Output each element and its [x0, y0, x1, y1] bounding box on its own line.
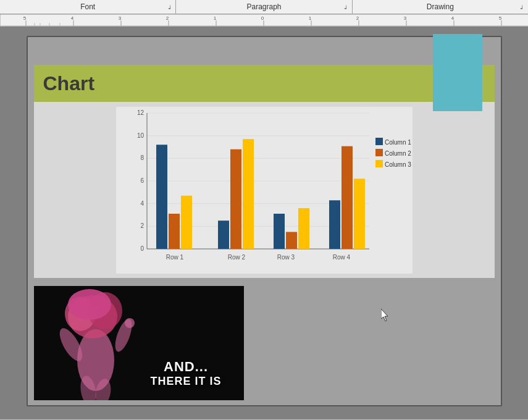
svg-text:6: 6	[140, 177, 144, 184]
svg-text:4: 4	[451, 15, 455, 21]
svg-text:1: 1	[214, 15, 217, 21]
image-text-line2: THERE IT IS	[128, 375, 244, 388]
svg-rect-53	[375, 149, 383, 156]
svg-text:1: 1	[309, 15, 312, 21]
page: Chart	[27, 36, 502, 406]
bar	[298, 208, 309, 249]
chart-title-bar: Chart	[34, 65, 495, 102]
cursor	[381, 309, 392, 322]
svg-text:Column 3: Column 3	[385, 161, 411, 168]
svg-text:Row 1: Row 1	[166, 254, 183, 261]
image-text-line1: AND...	[128, 359, 244, 375]
svg-marker-68	[381, 309, 388, 321]
svg-text:0: 0	[261, 15, 264, 21]
chart-area: 0 2 4 6 8 10 12	[34, 102, 495, 278]
image-area: AND... THERE IT IS	[34, 286, 244, 400]
svg-text:2: 2	[166, 15, 169, 21]
bar	[156, 145, 167, 249]
svg-text:10: 10	[136, 132, 144, 138]
svg-text:3: 3	[119, 15, 122, 21]
bar	[218, 220, 229, 249]
svg-text:0: 0	[140, 245, 144, 252]
bar	[329, 200, 340, 249]
svg-text:Row 3: Row 3	[277, 254, 295, 261]
bar	[181, 195, 192, 248]
chart-svg: 0 2 4 6 8 10 12	[116, 107, 413, 274]
svg-text:Row 2: Row 2	[227, 254, 245, 261]
bar	[342, 146, 353, 248]
bar	[354, 178, 365, 249]
svg-point-62	[68, 289, 111, 320]
bar	[274, 214, 285, 249]
svg-text:Column 1: Column 1	[385, 139, 411, 146]
document-area: Chart	[0, 27, 528, 419]
svg-text:2: 2	[356, 15, 359, 21]
font-label: Font	[80, 2, 95, 11]
toolbar-drawing[interactable]: Drawing ┙	[353, 0, 528, 14]
drawing-label: Drawing	[427, 2, 454, 11]
drawing-expand-icon[interactable]: ┙	[519, 6, 526, 12]
bar	[243, 139, 254, 249]
paragraph-expand-icon[interactable]: ┙	[343, 6, 350, 12]
ruler: 5 4 3 2 1 0 1 2 3 4 5	[0, 14, 528, 27]
svg-text:12: 12	[136, 109, 144, 116]
svg-rect-55	[375, 160, 383, 167]
toolbar-paragraph[interactable]: Paragraph ┙	[176, 0, 352, 14]
svg-text:Row 4: Row 4	[332, 254, 350, 261]
svg-text:4: 4	[140, 200, 144, 206]
image-text-overlay: AND... THERE IT IS	[128, 359, 244, 388]
bar	[230, 149, 241, 248]
svg-text:8: 8	[140, 154, 144, 161]
svg-text:2: 2	[140, 222, 144, 229]
bar	[286, 232, 297, 249]
svg-text:4: 4	[71, 15, 74, 21]
chart-title: Chart	[43, 72, 95, 95]
font-expand-icon[interactable]: ┙	[167, 6, 173, 12]
toolbar-font[interactable]: Font ┙	[0, 0, 176, 14]
toolbar: Font ┙ Paragraph ┙ Drawing ┙	[0, 0, 528, 14]
svg-text:5: 5	[499, 15, 502, 21]
bar	[169, 214, 180, 249]
svg-point-67	[125, 318, 135, 328]
paragraph-label: Paragraph	[246, 2, 281, 11]
svg-text:5: 5	[23, 15, 27, 21]
svg-rect-51	[375, 138, 383, 145]
svg-text:3: 3	[404, 15, 407, 21]
svg-text:Column 2: Column 2	[385, 150, 411, 157]
cyan-shape	[433, 34, 482, 105]
